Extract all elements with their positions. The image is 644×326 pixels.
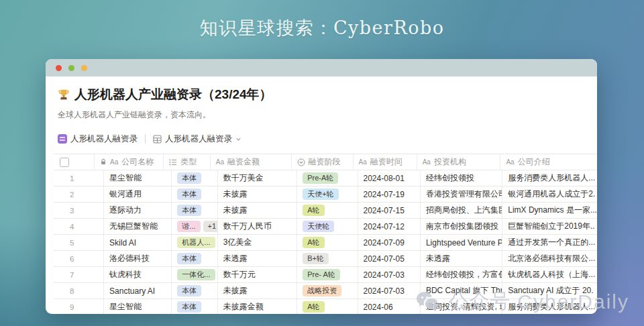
tag[interactable]: 本体 <box>177 172 201 184</box>
cell-company-name[interactable]: 星尘智能 <box>104 170 172 186</box>
tag[interactable]: A轮 <box>303 205 324 216</box>
cell-type[interactable]: 本体 <box>172 251 217 266</box>
row-number[interactable]: 1 <box>54 170 104 186</box>
column-header-num[interactable] <box>54 154 95 170</box>
row-number[interactable]: 9 <box>54 299 104 314</box>
cell-intro[interactable]: 巨蟹智能创立于2019年.. <box>502 219 597 234</box>
view-tab-current[interactable]: 人形机器人融资录 <box>58 133 138 145</box>
tag[interactable]: 本体 <box>177 188 201 200</box>
row-number[interactable]: 5 <box>54 235 104 250</box>
tag[interactable]: 一体化... <box>177 269 215 280</box>
cell-company-name[interactable]: 逐际动力 <box>104 203 172 218</box>
row-number[interactable]: 8 <box>54 283 104 298</box>
cell-date[interactable]: 2024-07-05 <box>358 251 421 266</box>
tag[interactable]: Pre- A轮 <box>303 269 340 280</box>
cell-stage[interactable]: B+轮 <box>297 251 358 266</box>
row-number[interactable]: 4 <box>54 219 104 234</box>
cell-type[interactable]: 本体 <box>172 283 217 298</box>
cell-amount[interactable]: 3亿美金 <box>218 235 297 250</box>
tag[interactable]: A轮 <box>303 237 324 248</box>
cell-company-name[interactable]: 星尘智能 <box>104 299 172 314</box>
cell-amount[interactable]: 数千万元 <box>218 267 297 282</box>
tag[interactable]: 本体 <box>177 205 201 216</box>
column-header-intro[interactable]: Aa公司介绍 <box>500 154 597 170</box>
cell-type[interactable]: 本体 <box>172 299 217 314</box>
tag[interactable]: 本体 <box>177 253 201 264</box>
cell-type[interactable]: 一体化... <box>172 267 217 282</box>
cell-investors[interactable]: Lightspeed Venture Part... <box>421 235 502 250</box>
column-header-stage[interactable]: 融资阶段 <box>292 154 354 170</box>
cell-stage[interactable]: A轮 <box>297 299 358 314</box>
cell-company-name[interactable]: 钛虎科技 <box>104 267 172 282</box>
tag[interactable]: 谐... <box>177 221 200 232</box>
cell-intro[interactable]: 钛虎机器人科技（上海... <box>502 267 597 282</box>
cell-date[interactable]: 2024-07-09 <box>358 235 421 250</box>
cell-intro[interactable]: 服务消费类人形机器人... <box>502 170 597 186</box>
cell-stage[interactable]: 天使+轮 <box>297 186 358 202</box>
row-number[interactable]: 7 <box>54 267 104 282</box>
column-header-date[interactable]: Aa融资时间 <box>354 154 417 170</box>
tag[interactable]: 机器人... <box>177 237 215 248</box>
cell-date[interactable]: 2024-08-01 <box>358 170 421 186</box>
cell-stage[interactable]: A轮 <box>297 203 358 218</box>
cell-company-name[interactable]: 洛必德科技 <box>104 251 172 266</box>
select-all-checkbox[interactable] <box>60 158 69 167</box>
cell-intro[interactable]: 通过开发第一个真正的... <box>502 235 597 250</box>
tag[interactable]: B+轮 <box>303 253 329 264</box>
cell-investors[interactable]: 未透露 <box>421 251 502 266</box>
column-header-name[interactable]: Aa公司名称 <box>95 154 164 170</box>
view-tab-table[interactable]: 人形机器人融资录 <box>153 133 241 145</box>
cell-date[interactable]: 2024-07-03 <box>358 283 421 298</box>
cell-type[interactable]: 本体 <box>172 186 217 202</box>
tag[interactable]: A轮 <box>303 301 324 313</box>
cell-company-name[interactable]: 无锡巨蟹智能 <box>104 219 172 234</box>
cell-investors[interactable]: 香港投资管理有限公司 <box>421 186 502 202</box>
cell-stage[interactable]: Pre-A轮 <box>297 170 358 186</box>
cell-type[interactable]: 谐...+1 <box>172 219 217 234</box>
column-header-amount[interactable]: Aa融资金额 <box>211 154 292 170</box>
cell-intro[interactable]: 银河通用机器人成立于2. <box>502 186 597 202</box>
tag[interactable]: Pre-A轮 <box>303 172 338 184</box>
cell-investors[interactable]: 经纬创投领投 <box>421 170 502 186</box>
cell-stage[interactable]: A轮 <box>297 235 358 250</box>
column-header-type[interactable]: 类型 <box>164 154 211 170</box>
cell-amount[interactable]: 未透露 <box>218 251 297 266</box>
tag[interactable]: +1 <box>203 221 218 232</box>
cell-amount[interactable]: 数千万人民币 <box>218 219 297 234</box>
cell-amount[interactable]: 未披露 <box>218 186 297 202</box>
row-number[interactable]: 6 <box>54 251 104 266</box>
cell-amount[interactable]: 未披露 <box>218 283 297 298</box>
cell-company-name[interactable]: 银河通用 <box>104 186 172 202</box>
cell-investors[interactable]: 南京市创投集团领投，... <box>421 219 502 234</box>
minimize-button[interactable] <box>68 65 74 71</box>
cell-amount[interactable]: 未披露 <box>218 203 297 218</box>
cell-type[interactable]: 本体 <box>172 170 217 186</box>
cell-date[interactable]: 2024-07-19 <box>358 186 421 202</box>
cell-intro[interactable]: 北京洛必德科技有限公... <box>502 251 597 266</box>
tag[interactable]: 本体 <box>177 285 201 296</box>
cell-date[interactable]: 2024-07-12 <box>358 219 421 234</box>
cell-amount[interactable]: 未披露金额 <box>218 299 297 314</box>
tag[interactable]: 本体 <box>177 301 201 313</box>
cell-company-name[interactable]: Skild AI <box>104 235 172 250</box>
row-number[interactable]: 3 <box>54 203 104 218</box>
cell-stage[interactable]: 战略投资 <box>297 283 358 298</box>
column-header-investors[interactable]: Aa投资机构 <box>417 154 501 170</box>
tag[interactable]: 天使轮 <box>303 221 334 232</box>
cell-stage[interactable]: 天使轮 <box>297 219 358 234</box>
tag[interactable]: 战略投资 <box>303 285 341 296</box>
cell-company-name[interactable]: Sanctuary AI <box>104 283 172 298</box>
cell-type[interactable]: 机器人... <box>172 235 217 250</box>
cell-type[interactable]: 本体 <box>172 203 217 218</box>
cell-date[interactable]: 2024-07-03 <box>358 267 421 282</box>
cell-amount[interactable]: 数千万美金 <box>218 170 297 186</box>
cell-date[interactable]: 2024-06 <box>358 299 421 314</box>
tag[interactable]: 天使+轮 <box>303 188 338 200</box>
zoom-button[interactable] <box>81 65 87 71</box>
close-button[interactable] <box>56 65 62 71</box>
cell-stage[interactable]: Pre- A轮 <box>297 267 358 282</box>
cell-intro[interactable]: LimX Dynamics 是一家... <box>502 203 597 218</box>
cell-investors[interactable]: 招商局创投、上汽集团... <box>421 203 502 218</box>
cell-investors[interactable]: 经纬创投领投，方富创... <box>421 267 502 282</box>
row-number[interactable]: 2 <box>54 186 104 202</box>
